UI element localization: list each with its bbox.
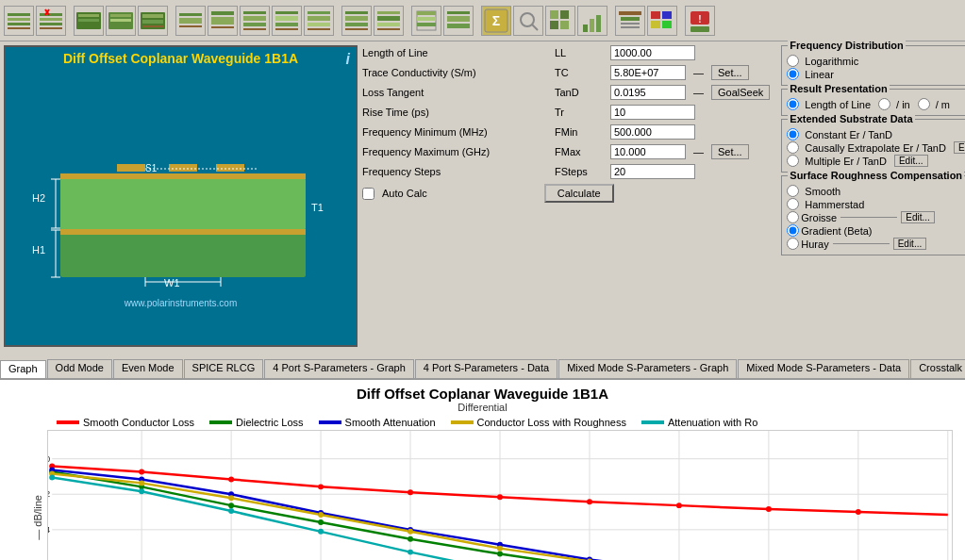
freq-dist-lin-label: Linear: [805, 69, 834, 80]
toolbar-icon-warn[interactable]: !: [685, 6, 715, 36]
svg-rect-3: [8, 27, 30, 29]
svg-rect-49: [417, 11, 436, 15]
loss-tangent-input[interactable]: [610, 85, 686, 100]
rough-groisse-radio[interactable]: [787, 211, 799, 223]
tab-4port-s-graph[interactable]: 4 Port S-Parameters - Graph: [264, 359, 414, 378]
toolbar-icon-1[interactable]: [4, 6, 34, 36]
toolbar-icon-10[interactable]: [304, 6, 334, 36]
rise-time-input[interactable]: [610, 105, 695, 120]
legend-smooth-conductor-color: [57, 420, 79, 424]
tab-mixed-s-graph[interactable]: Mixed Mode S-Parameters - Graph: [558, 359, 737, 378]
svg-rect-63: [583, 25, 588, 32]
tab-4port-s-data[interactable]: 4 Port S-Parameters - Data: [415, 359, 557, 378]
tab-mixed-s-data[interactable]: Mixed Mode S-Parameters - Data: [738, 359, 909, 378]
toolbar-icon-4[interactable]: [106, 6, 136, 36]
length-of-line-label: Length of Line: [362, 47, 551, 58]
toolbar-icon-11[interactable]: [341, 6, 372, 36]
length-of-line-abbr: LL: [555, 47, 607, 58]
ext-sub-opt2-radio[interactable]: [787, 141, 799, 154]
info-icon[interactable]: i: [346, 51, 350, 68]
rough-smooth-row: Smooth: [787, 185, 965, 197]
trace-conductivity-input[interactable]: [610, 65, 686, 80]
auto-calc-checkbox[interactable]: [362, 188, 374, 200]
legend-dielectric-label: Dielectric Loss: [236, 417, 304, 428]
svg-point-132: [856, 509, 861, 515]
toolbar-icon-color[interactable]: [647, 6, 677, 36]
toolbar-icon-6[interactable]: [175, 6, 206, 36]
ext-sub-opt2-edit-btn[interactable]: Edit...: [954, 141, 965, 154]
tab-odd-mode[interactable]: Odd Mode: [47, 359, 112, 378]
toolbar-icon-12[interactable]: [374, 6, 404, 36]
svg-text:-0.4: -0.4: [47, 524, 51, 535]
toolbar-icon-3[interactable]: [74, 6, 104, 36]
svg-rect-1: [8, 18, 30, 21]
result-lol-label: Length of Line: [805, 99, 871, 110]
toolbar-icon-9[interactable]: [272, 6, 302, 36]
svg-rect-70: [651, 11, 660, 19]
freq-dist-lin-radio[interactable]: [787, 68, 799, 80]
rough-huray-edit-btn[interactable]: Edit...: [893, 238, 927, 250]
toolbar-icon-14[interactable]: [443, 6, 474, 36]
loss-tangent-goalseek-btn[interactable]: GoalSeek: [711, 85, 770, 100]
calculate-button[interactable]: Calculate: [544, 184, 614, 203]
freq-dist-log-radio[interactable]: [787, 55, 799, 67]
svg-point-128: [497, 494, 503, 500]
toolbar-icon-13[interactable]: [411, 6, 441, 36]
svg-rect-60: [560, 10, 569, 19]
rough-huray-radio[interactable]: [787, 238, 799, 250]
rough-gradient-radio[interactable]: [787, 224, 799, 237]
result-lol-radio[interactable]: [787, 98, 799, 110]
rough-groisse-edit-btn[interactable]: Edit...: [901, 211, 935, 223]
svg-text:H1: H1: [32, 244, 45, 255]
rough-smooth-label: Smooth: [805, 186, 840, 197]
ext-sub-opt1-radio[interactable]: [787, 128, 799, 140]
toolbar-icon-zoom[interactable]: [513, 6, 543, 36]
freq-max-abbr: FMax: [555, 146, 607, 157]
result-m-radio[interactable]: [918, 98, 930, 110]
tab-even-mode[interactable]: Even Mode: [113, 359, 183, 378]
trace-conductivity-row: Trace Conductivity (S/m) TC — Set...: [362, 65, 770, 80]
tab-crosstalk[interactable]: Crosstalk: [910, 359, 965, 378]
svg-point-138: [497, 552, 503, 557]
toolbar-icon-7[interactable]: [208, 6, 238, 36]
toolbar-icon-2[interactable]: [36, 6, 66, 36]
svg-text:T1: T1: [311, 202, 324, 213]
legend-atten-rough-color: [641, 420, 664, 424]
groisse-line: [840, 217, 897, 218]
bottom-section: Graph Odd Mode Even Mode SPICE RLCG 4 Po…: [0, 357, 965, 560]
freq-dist-title: Frequency Distribution: [788, 40, 905, 51]
svg-rect-7: [40, 27, 62, 29]
freq-max-input[interactable]: [610, 144, 686, 159]
freq-min-input[interactable]: [610, 124, 695, 140]
chart-subtitle: Differential: [0, 402, 965, 413]
rough-hammerstad-radio[interactable]: [787, 198, 799, 210]
toolbar-icon-calc[interactable]: Σ: [481, 6, 511, 36]
trace-conductivity-set-btn[interactable]: Set...: [711, 65, 749, 80]
toolbar-icon-settings[interactable]: [615, 6, 645, 36]
ext-sub-opt3-edit-btn[interactable]: Edit...: [894, 155, 928, 167]
ext-sub-opt3-radio[interactable]: [787, 155, 799, 167]
toolbar-icon-bar[interactable]: [577, 6, 607, 36]
toolbar-icon-5[interactable]: [138, 6, 168, 36]
svg-rect-33: [275, 16, 298, 21]
tab-graph[interactable]: Graph: [0, 360, 46, 379]
huray-line: [833, 243, 890, 244]
svg-rect-0: [8, 13, 30, 16]
rough-groisse-label: Groisse: [801, 212, 837, 223]
svg-rect-22: [179, 13, 202, 16]
svg-point-124: [139, 469, 144, 475]
svg-rect-17: [110, 24, 131, 26]
result-presentation-title: Result Presentation: [788, 83, 889, 94]
toolbar-icon-8[interactable]: [240, 6, 270, 36]
svg-point-160: [408, 550, 413, 555]
freq-max-set-btn[interactable]: Set...: [711, 144, 749, 159]
rough-smooth-radio[interactable]: [787, 185, 799, 197]
length-of-line-input[interactable]: [610, 45, 695, 60]
svg-rect-69: [621, 26, 640, 28]
tab-spice-rlcg[interactable]: SPICE RLCG: [184, 359, 264, 378]
result-in-radio[interactable]: [878, 98, 890, 110]
legend-dielectric-color: [209, 420, 232, 424]
freq-steps-input[interactable]: [610, 164, 695, 179]
toolbar-icon-grid[interactable]: [545, 6, 575, 36]
svg-rect-82: [60, 178, 306, 230]
